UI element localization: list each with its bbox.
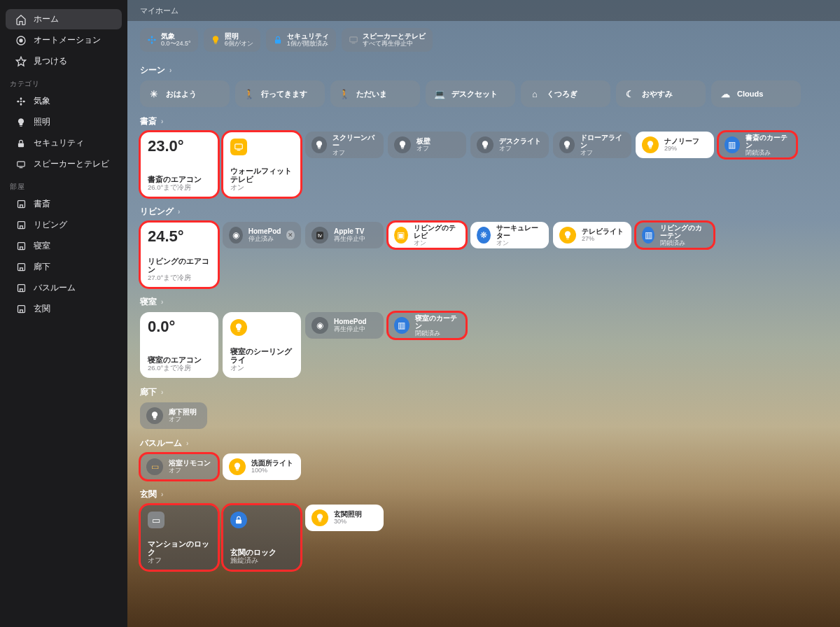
svg-point-3 xyxy=(20,100,22,101)
tile-sub: 閉鎖済み xyxy=(415,330,460,337)
section-hallway[interactable]: 廊下› xyxy=(127,378,840,402)
accessory-tile[interactable]: ◉HomePod停止済み✕ xyxy=(223,222,301,248)
section-label: バスルーム xyxy=(140,437,182,449)
accessory-tile-large[interactable]: ウォールフィットテレビオン xyxy=(223,132,301,197)
sidebar-room[interactable]: 書斎 xyxy=(6,194,122,214)
tile-name: スクリーンバー xyxy=(332,134,377,149)
tile-name: 浴室リモコン xyxy=(169,459,211,467)
scene-button[interactable]: ☀おはよう xyxy=(140,80,230,107)
accessory-tile[interactable]: ▥寝室のカーテン閉鎖済み xyxy=(388,312,466,339)
scene-label: おはよう xyxy=(166,89,197,99)
scene-button[interactable]: 🚶行ってきます xyxy=(235,80,325,107)
sidebar-room-label: バスルーム xyxy=(34,282,76,294)
room-row: 廊下照明オフ xyxy=(127,402,840,429)
accessory-tile-large[interactable]: 24.5°リビングのエアコン27.0°まで冷房 xyxy=(140,222,218,288)
sidebar-cat-tv[interactable]: スピーカーとテレビ xyxy=(6,154,122,174)
sidebar-nav-home[interactable]: ホーム xyxy=(6,9,122,29)
accessory-tile[interactable]: ◉HomePod再生停止中 xyxy=(305,312,384,339)
chevron-right-icon: › xyxy=(169,66,172,74)
tile-icon xyxy=(477,136,493,153)
sidebar-nav-chat[interactable]: オートメーション xyxy=(6,30,122,50)
accessory-tile[interactable]: ナノリーフ29% xyxy=(636,132,714,158)
accessory-tile[interactable]: 廊下照明オフ xyxy=(140,402,207,429)
accessory-tile[interactable]: 板壁オフ xyxy=(388,132,466,158)
tile-icon xyxy=(229,458,246,475)
tile-name: マンションのロック xyxy=(148,540,211,556)
status-pill[interactable]: 気象0.0〜24.5° xyxy=(140,28,198,52)
status-title: セキュリティ xyxy=(287,32,329,40)
tile-sub: オン xyxy=(414,239,460,247)
accessory-tile[interactable]: ▣リビングのテレビオン xyxy=(388,222,466,248)
sidebar-cat-lock[interactable]: セキュリティ xyxy=(6,133,122,153)
scene-icon: ⌂ xyxy=(529,88,540,99)
svg-rect-13 xyxy=(18,306,24,313)
sidebar-cat-bulb[interactable]: 照明 xyxy=(6,112,122,132)
sidebar-cat-fan[interactable]: 気象 xyxy=(6,91,122,111)
tile-name: ドローアライン xyxy=(580,134,625,149)
room-row: ▭浴室リモコンオフ洗面所ライト100% xyxy=(127,453,840,480)
sidebar-nav-star[interactable]: 見つける xyxy=(6,51,122,71)
svg-rect-31 xyxy=(318,521,321,522)
accessory-tile-large[interactable]: 玄関のロック施錠済み xyxy=(223,505,301,570)
section-scenes-label: シーン xyxy=(140,64,165,76)
sidebar-room[interactable]: 玄関 xyxy=(6,299,122,319)
svg-rect-16 xyxy=(275,39,281,43)
svg-rect-4 xyxy=(20,125,22,126)
scene-button[interactable]: ☾おやすみ xyxy=(616,80,706,107)
accessory-tile[interactable]: スクリーンバーオフ xyxy=(305,132,384,158)
scene-button[interactable]: ⌂くつろぎ xyxy=(521,80,610,107)
sidebar-room[interactable]: バスルーム xyxy=(6,278,122,298)
chevron-right-icon: › xyxy=(186,439,188,447)
room-icon xyxy=(15,220,27,231)
accessory-tile[interactable]: tvApple TV再生停止中 xyxy=(305,222,384,248)
sidebar-room-label: 寝室 xyxy=(34,240,50,252)
section-bedroom[interactable]: 寝室› xyxy=(127,288,840,312)
status-pill[interactable]: 照明6個がオン xyxy=(204,28,260,52)
accessory-tile[interactable]: デスクライトオフ xyxy=(470,132,549,158)
scene-button[interactable]: 🚶ただいま xyxy=(330,80,420,107)
tile-icon: ◉ xyxy=(312,317,328,334)
status-pill[interactable]: スピーカーとテレビすべて再生停止中 xyxy=(342,28,433,52)
tile-name: 玄関のロック xyxy=(230,548,293,556)
tile-sub: オフ xyxy=(499,145,541,153)
section-living[interactable]: リビング› xyxy=(127,197,840,222)
accessory-tile[interactable]: ドローアラインオフ xyxy=(553,132,631,158)
scene-button[interactable]: 💻デスクセット xyxy=(426,80,515,107)
scene-button[interactable]: ☁Clouds xyxy=(711,80,801,107)
accessory-tile-large[interactable]: 0.0°寝室のエアコン26.0°まで冷房 xyxy=(140,312,218,378)
accessory-tile[interactable]: 洗面所ライト100% xyxy=(223,453,301,480)
tv-icon xyxy=(349,35,358,45)
svg-rect-9 xyxy=(18,222,24,229)
svg-rect-17 xyxy=(349,37,357,42)
accessory-tile-large[interactable]: ▭マンションのロックオフ xyxy=(140,505,218,570)
svg-rect-26 xyxy=(566,239,569,239)
accessory-tile-large[interactable]: 23.0°書斎のエアコン26.0°まで冷房 xyxy=(140,132,218,197)
accessory-tile[interactable]: ▥書斎のカーテン閉鎖済み xyxy=(718,132,797,158)
section-scenes[interactable]: シーン › xyxy=(127,56,840,80)
accessory-tile[interactable]: テレビライト27% xyxy=(553,222,631,248)
sidebar-room[interactable]: 寝室 xyxy=(6,236,122,256)
svg-rect-25 xyxy=(649,148,652,149)
tile-sub: 26.0°まで冷房 xyxy=(148,364,211,372)
sidebar-room[interactable]: リビング xyxy=(6,215,122,235)
tile-name: 玄関照明 xyxy=(334,510,362,518)
section-entrance[interactable]: 玄関› xyxy=(127,480,840,505)
section-bath[interactable]: バスルーム› xyxy=(127,429,840,453)
accessory-tile[interactable]: ❋サーキュレーターオン xyxy=(470,222,549,248)
section-study[interactable]: 書斎› xyxy=(127,107,840,132)
status-pill[interactable]: セキュリティ1個が開放済み xyxy=(266,28,336,52)
tile-sub: 再生停止中 xyxy=(334,325,367,333)
accessory-tile[interactable]: ▭浴室リモコンオフ xyxy=(140,453,218,480)
accessory-tile[interactable]: 玄関照明30% xyxy=(305,505,384,531)
sidebar-room-label: 玄関 xyxy=(34,303,50,315)
room-row: 0.0°寝室のエアコン26.0°まで冷房寝室のシーリングライオン◉HomePod… xyxy=(127,312,840,378)
tile-icon: ▣ xyxy=(394,227,408,244)
room-row: 23.0°書斎のエアコン26.0°まで冷房ウォールフィットテレビオンスクリーンバ… xyxy=(127,132,840,197)
tile-name: 書斎のエアコン xyxy=(148,175,211,183)
sidebar-room[interactable]: 廊下 xyxy=(6,257,122,277)
tile-name: デスクライト xyxy=(499,137,541,145)
accessory-tile-large[interactable]: 寝室のシーリングライオン xyxy=(223,312,301,378)
accessory-tile[interactable]: ▥リビングのカーテン閉鎖済み xyxy=(636,222,714,248)
tile-name: 廊下照明 xyxy=(169,408,197,416)
tile-value: 24.5° xyxy=(148,229,211,244)
